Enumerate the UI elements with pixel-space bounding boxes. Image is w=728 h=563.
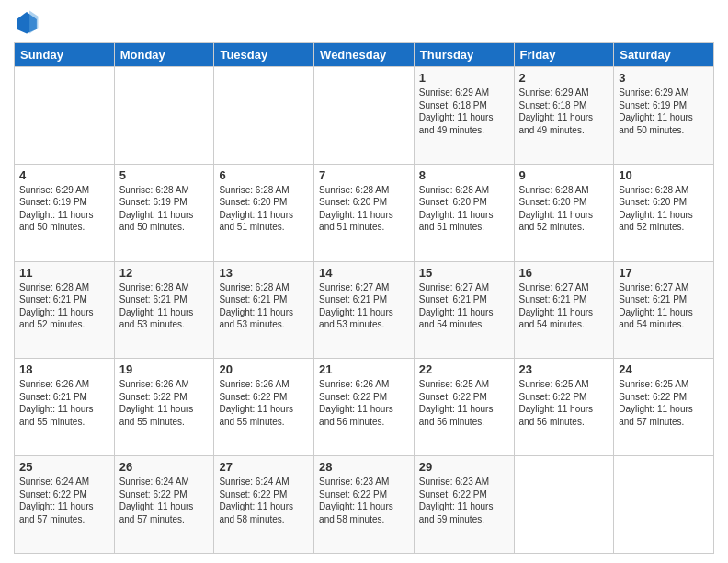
day-cell — [114, 67, 214, 165]
day-cell: 24Sunrise: 6:25 AM Sunset: 6:22 PM Dayli… — [614, 359, 714, 456]
day-info: Sunrise: 6:26 AM Sunset: 6:22 PM Dayligh… — [119, 378, 210, 428]
day-number: 19 — [119, 362, 210, 376]
day-cell: 20Sunrise: 6:26 AM Sunset: 6:22 PM Dayli… — [214, 359, 314, 456]
calendar-body: 1Sunrise: 6:29 AM Sunset: 6:18 PM Daylig… — [15, 67, 714, 554]
day-cell: 15Sunrise: 6:27 AM Sunset: 6:21 PM Dayli… — [414, 261, 514, 359]
day-info: Sunrise: 6:28 AM Sunset: 6:19 PM Dayligh… — [119, 184, 210, 234]
day-cell: 18Sunrise: 6:26 AM Sunset: 6:21 PM Dayli… — [15, 359, 115, 456]
day-info: Sunrise: 6:23 AM Sunset: 6:22 PM Dayligh… — [319, 476, 409, 525]
day-cell — [314, 67, 415, 165]
page: SundayMondayTuesdayWednesdayThursdayFrid… — [0, 0, 728, 563]
day-info: Sunrise: 6:24 AM Sunset: 6:22 PM Dayligh… — [19, 476, 109, 525]
day-info: Sunrise: 6:28 AM Sunset: 6:20 PM Dayligh… — [619, 184, 709, 234]
day-number: 11 — [19, 266, 109, 280]
day-cell: 16Sunrise: 6:27 AM Sunset: 6:21 PM Dayli… — [514, 261, 614, 359]
day-number: 9 — [519, 168, 609, 182]
day-cell — [614, 456, 714, 554]
day-cell: 25Sunrise: 6:24 AM Sunset: 6:22 PM Dayli… — [15, 456, 115, 554]
day-cell — [214, 67, 314, 165]
day-number: 5 — [119, 168, 210, 182]
day-info: Sunrise: 6:27 AM Sunset: 6:21 PM Dayligh… — [419, 282, 509, 331]
day-cell: 11Sunrise: 6:28 AM Sunset: 6:21 PM Dayli… — [15, 261, 115, 359]
day-number: 14 — [319, 266, 409, 280]
day-number: 24 — [619, 362, 709, 376]
day-number: 1 — [419, 71, 509, 85]
day-number: 17 — [619, 266, 709, 280]
day-number: 6 — [219, 168, 309, 182]
day-number: 15 — [419, 266, 509, 280]
day-number: 29 — [419, 460, 509, 474]
weekday-header-thursday: Thursday — [414, 43, 514, 67]
day-number: 28 — [319, 460, 409, 474]
week-row-3: 11Sunrise: 6:28 AM Sunset: 6:21 PM Dayli… — [15, 261, 714, 359]
day-info: Sunrise: 6:26 AM Sunset: 6:21 PM Dayligh… — [19, 378, 109, 428]
logo — [14, 9, 43, 35]
day-number: 12 — [119, 266, 210, 280]
weekday-header-monday: Monday — [114, 43, 214, 67]
day-info: Sunrise: 6:28 AM Sunset: 6:20 PM Dayligh… — [419, 184, 509, 234]
day-number: 3 — [619, 71, 709, 85]
day-info: Sunrise: 6:28 AM Sunset: 6:21 PM Dayligh… — [19, 282, 109, 331]
day-info: Sunrise: 6:28 AM Sunset: 6:20 PM Dayligh… — [319, 184, 409, 234]
day-cell: 2Sunrise: 6:29 AM Sunset: 6:18 PM Daylig… — [514, 67, 614, 165]
day-number: 27 — [219, 460, 309, 474]
day-number: 23 — [519, 362, 609, 376]
day-info: Sunrise: 6:27 AM Sunset: 6:21 PM Dayligh… — [519, 282, 609, 331]
day-info: Sunrise: 6:28 AM Sunset: 6:21 PM Dayligh… — [119, 282, 210, 331]
day-cell: 3Sunrise: 6:29 AM Sunset: 6:19 PM Daylig… — [614, 67, 714, 165]
day-number: 2 — [519, 71, 609, 85]
day-number: 26 — [119, 460, 210, 474]
weekday-header-tuesday: Tuesday — [214, 43, 314, 67]
day-number: 22 — [419, 362, 509, 376]
day-cell: 5Sunrise: 6:28 AM Sunset: 6:19 PM Daylig… — [114, 164, 214, 261]
day-cell: 26Sunrise: 6:24 AM Sunset: 6:22 PM Dayli… — [114, 456, 214, 554]
day-info: Sunrise: 6:27 AM Sunset: 6:21 PM Dayligh… — [319, 282, 409, 331]
day-cell: 6Sunrise: 6:28 AM Sunset: 6:20 PM Daylig… — [214, 164, 314, 261]
day-cell: 23Sunrise: 6:25 AM Sunset: 6:22 PM Dayli… — [514, 359, 614, 456]
week-row-4: 18Sunrise: 6:26 AM Sunset: 6:21 PM Dayli… — [15, 359, 714, 456]
day-cell: 28Sunrise: 6:23 AM Sunset: 6:22 PM Dayli… — [314, 456, 415, 554]
day-number: 4 — [19, 168, 109, 182]
day-number: 25 — [19, 460, 109, 474]
day-info: Sunrise: 6:24 AM Sunset: 6:22 PM Dayligh… — [119, 476, 210, 525]
day-cell — [514, 456, 614, 554]
day-cell: 17Sunrise: 6:27 AM Sunset: 6:21 PM Dayli… — [614, 261, 714, 359]
day-number: 18 — [19, 362, 109, 376]
day-cell: 12Sunrise: 6:28 AM Sunset: 6:21 PM Dayli… — [114, 261, 214, 359]
week-row-2: 4Sunrise: 6:29 AM Sunset: 6:19 PM Daylig… — [15, 164, 714, 261]
weekday-header-friday: Friday — [514, 43, 614, 67]
day-cell: 10Sunrise: 6:28 AM Sunset: 6:20 PM Dayli… — [614, 164, 714, 261]
weekday-header-row: SundayMondayTuesdayWednesdayThursdayFrid… — [15, 43, 714, 67]
day-cell: 1Sunrise: 6:29 AM Sunset: 6:18 PM Daylig… — [414, 67, 514, 165]
logo-icon — [14, 9, 40, 35]
day-info: Sunrise: 6:26 AM Sunset: 6:22 PM Dayligh… — [219, 378, 309, 428]
calendar: SundayMondayTuesdayWednesdayThursdayFrid… — [14, 42, 714, 554]
weekday-header-saturday: Saturday — [614, 43, 714, 67]
day-number: 20 — [219, 362, 309, 376]
day-info: Sunrise: 6:25 AM Sunset: 6:22 PM Dayligh… — [619, 378, 709, 428]
day-info: Sunrise: 6:25 AM Sunset: 6:22 PM Dayligh… — [419, 378, 509, 428]
day-cell: 4Sunrise: 6:29 AM Sunset: 6:19 PM Daylig… — [15, 164, 115, 261]
day-cell: 13Sunrise: 6:28 AM Sunset: 6:21 PM Dayli… — [214, 261, 314, 359]
day-info: Sunrise: 6:26 AM Sunset: 6:22 PM Dayligh… — [319, 378, 409, 428]
day-info: Sunrise: 6:28 AM Sunset: 6:21 PM Dayligh… — [219, 282, 309, 331]
day-info: Sunrise: 6:25 AM Sunset: 6:22 PM Dayligh… — [519, 378, 609, 428]
svg-marker-1 — [29, 11, 38, 34]
day-number: 13 — [219, 266, 309, 280]
week-row-5: 25Sunrise: 6:24 AM Sunset: 6:22 PM Dayli… — [15, 456, 714, 554]
day-cell: 14Sunrise: 6:27 AM Sunset: 6:21 PM Dayli… — [314, 261, 415, 359]
day-cell: 29Sunrise: 6:23 AM Sunset: 6:22 PM Dayli… — [414, 456, 514, 554]
day-info: Sunrise: 6:23 AM Sunset: 6:22 PM Dayligh… — [419, 476, 509, 525]
weekday-header-sunday: Sunday — [15, 43, 115, 67]
day-cell: 8Sunrise: 6:28 AM Sunset: 6:20 PM Daylig… — [414, 164, 514, 261]
day-number: 21 — [319, 362, 409, 376]
day-cell: 9Sunrise: 6:28 AM Sunset: 6:20 PM Daylig… — [514, 164, 614, 261]
day-info: Sunrise: 6:29 AM Sunset: 6:19 PM Dayligh… — [19, 184, 109, 234]
day-cell: 21Sunrise: 6:26 AM Sunset: 6:22 PM Dayli… — [314, 359, 415, 456]
day-info: Sunrise: 6:27 AM Sunset: 6:21 PM Dayligh… — [619, 282, 709, 331]
day-number: 16 — [519, 266, 609, 280]
day-info: Sunrise: 6:28 AM Sunset: 6:20 PM Dayligh… — [519, 184, 609, 234]
day-info: Sunrise: 6:29 AM Sunset: 6:18 PM Dayligh… — [519, 86, 609, 136]
header — [14, 9, 714, 35]
day-info: Sunrise: 6:29 AM Sunset: 6:18 PM Dayligh… — [419, 86, 509, 136]
